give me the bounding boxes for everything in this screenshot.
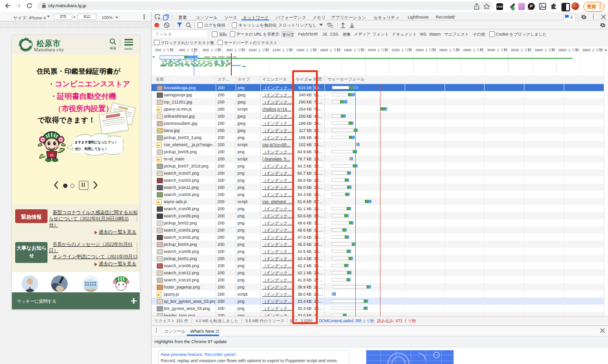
svg-text:M: M [50,153,54,158]
svg-text:ぜひ、利用してなっ！: ぜひ、利用してなっ！ [75,147,107,151]
svg-text:ますます便利になったでっ！: ますます便利になったでっ！ [75,140,117,144]
